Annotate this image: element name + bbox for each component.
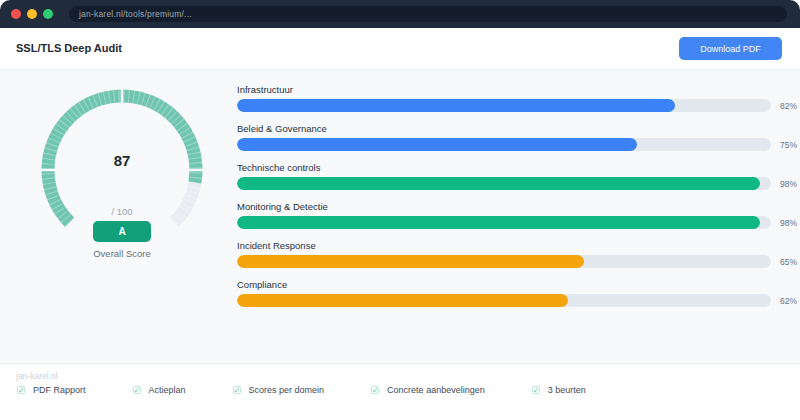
bar-fill (237, 99, 675, 112)
check-icon: ✓ (17, 386, 25, 394)
bar-track (237, 99, 771, 112)
close-window-icon[interactable] (11, 9, 21, 19)
score-bar-row: Technische controls98% (237, 162, 797, 190)
bar-line: 75% (237, 138, 797, 151)
grade-badge: A (93, 221, 151, 242)
footer-feature-item: ✓PDF Rapport (17, 385, 86, 395)
bar-value-label: 62% (780, 296, 797, 306)
gauge-score-value: 87 (24, 152, 220, 169)
footer-feature-label: Concrete aanbevelingen (387, 385, 485, 395)
bar-track (237, 294, 771, 307)
check-icon: ✓ (133, 386, 141, 394)
overall-score-gauge: 87 / 100 A Overall Score (24, 86, 224, 264)
check-icon: ✓ (233, 386, 241, 394)
domain-scores-chart: Infrastructuur82%Beleid & Governance75%T… (237, 84, 797, 318)
score-bar-row: Monitoring & Detectie98% (237, 201, 797, 229)
bar-track (237, 255, 771, 268)
bar-line: 82% (237, 99, 797, 112)
url-bar[interactable]: jan-karel.nl/tools/premium/... (69, 6, 787, 22)
url-text: jan-karel.nl/tools/premium/... (79, 9, 192, 19)
bar-line: 98% (237, 177, 797, 190)
footer-feature-item: ✓Scores per domein (233, 385, 325, 395)
score-bar-row: Incident Response65% (237, 240, 797, 268)
bar-value-label: 75% (780, 140, 797, 150)
bar-line: 65% (237, 255, 797, 268)
browser-window: jan-karel.nl/tools/premium/... SSL/TLS D… (0, 0, 800, 420)
download-pdf-button[interactable]: Download PDF (679, 37, 782, 60)
bar-track (237, 216, 771, 229)
bar-fill (237, 255, 584, 268)
gauge-caption: Overall Score (24, 248, 220, 259)
bar-fill (237, 177, 760, 190)
bar-fill (237, 216, 760, 229)
browser-chrome: jan-karel.nl/tools/premium/... (0, 0, 800, 28)
check-icon: ✓ (532, 386, 540, 394)
bar-track (237, 138, 771, 151)
footer-feature-label: 3 beurten (548, 385, 586, 395)
footer-feature-label: Actieplan (149, 385, 186, 395)
bar-fill (237, 138, 637, 151)
check-icon: ✓ (371, 386, 379, 394)
minimize-window-icon[interactable] (27, 9, 37, 19)
page-header: SSL/TLS Deep Audit Download PDF (0, 28, 800, 70)
main-content: 87 / 100 A Overall Score Infrastructuur8… (0, 70, 800, 363)
footer-feature-label: PDF Rapport (33, 385, 86, 395)
bar-category-label: Beleid & Governance (237, 123, 797, 134)
footer-feature-list: ✓PDF Rapport✓Actieplan✓Scores per domein… (17, 385, 586, 395)
bar-track (237, 177, 771, 190)
footer-feature-item: ✓3 beurten (532, 385, 586, 395)
bar-line: 62% (237, 294, 797, 307)
bar-category-label: Infrastructuur (237, 84, 797, 95)
bar-value-label: 98% (780, 218, 797, 228)
score-bar-row: Compliance62% (237, 279, 797, 307)
bar-value-label: 98% (780, 179, 797, 189)
footer-feature-label: Scores per domein (249, 385, 325, 395)
bar-value-label: 82% (780, 101, 797, 111)
bar-fill (237, 294, 568, 307)
score-bar-row: Beleid & Governance75% (237, 123, 797, 151)
bar-line: 98% (237, 216, 797, 229)
bar-category-label: Monitoring & Detectie (237, 201, 797, 212)
gauge-max-label: / 100 (24, 206, 220, 217)
page-footer: jan-karel.nl ✓PDF Rapport✓Actieplan✓Scor… (0, 363, 800, 420)
footer-feature-item: ✓Concrete aanbevelingen (371, 385, 485, 395)
page-title: SSL/TLS Deep Audit (16, 42, 122, 54)
maximize-window-icon[interactable] (43, 9, 53, 19)
bar-category-label: Technische controls (237, 162, 797, 173)
footer-feature-item: ✓Actieplan (133, 385, 186, 395)
bar-value-label: 65% (780, 257, 797, 267)
bar-category-label: Compliance (237, 279, 797, 290)
footer-brand: jan-karel.nl (16, 371, 58, 381)
bar-category-label: Incident Response (237, 240, 797, 251)
score-bar-row: Infrastructuur82% (237, 84, 797, 112)
